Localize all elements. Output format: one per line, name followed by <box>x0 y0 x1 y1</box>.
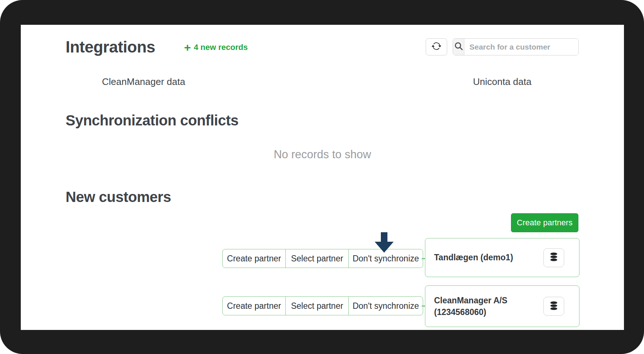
search-addon <box>453 39 464 55</box>
create-partner-button[interactable]: Create partner <box>222 249 286 268</box>
select-partner-button[interactable]: Select partner <box>285 249 349 268</box>
customer-name: Tandlægen (demo1) <box>434 252 543 263</box>
empty-state-message: No records to show <box>21 148 624 161</box>
app-content: Integrations + 4 new records <box>21 25 624 330</box>
customer-name: CleanManager A/S (1234568060) <box>434 295 543 318</box>
database-icon <box>549 301 558 312</box>
select-partner-button[interactable]: Select partner <box>285 296 349 315</box>
new-records-label: 4 new records <box>194 43 248 52</box>
database-button[interactable] <box>543 248 564 267</box>
plus-icon: + <box>184 42 191 53</box>
new-records-indicator: + 4 new records <box>184 42 248 53</box>
action-group-row1: Create partner Select partner Don't sync… <box>222 249 423 268</box>
create-partners-button[interactable]: Create partners <box>511 213 578 232</box>
database-button[interactable] <box>543 297 564 316</box>
dont-synchronize-button[interactable]: Don't synchronize <box>348 296 423 315</box>
create-partner-button[interactable]: Create partner <box>222 296 286 315</box>
customer-search-group <box>453 38 579 55</box>
screenshot-canvas: Integrations + 4 new records <box>0 0 644 354</box>
section-title-new-customers: New customers <box>66 189 171 205</box>
refresh-button[interactable] <box>426 38 447 55</box>
page-title: Integrations <box>66 38 155 56</box>
action-group-row2: Create partner Select partner Don't sync… <box>222 296 423 315</box>
customer-card: CleanManager A/S (1234568060) <box>425 285 579 327</box>
search-input[interactable] <box>464 39 578 55</box>
customer-card: Tandlægen (demo1) <box>425 238 579 277</box>
column-label-uniconta: Uniconta data <box>425 76 579 87</box>
section-title-conflicts: Synchronization conflicts <box>66 112 238 129</box>
refresh-icon <box>432 41 441 52</box>
dont-synchronize-button[interactable]: Don't synchronize <box>348 249 423 268</box>
database-icon <box>549 252 558 263</box>
column-label-cleanmanager: CleanManager data <box>78 76 209 87</box>
search-icon <box>454 42 463 52</box>
